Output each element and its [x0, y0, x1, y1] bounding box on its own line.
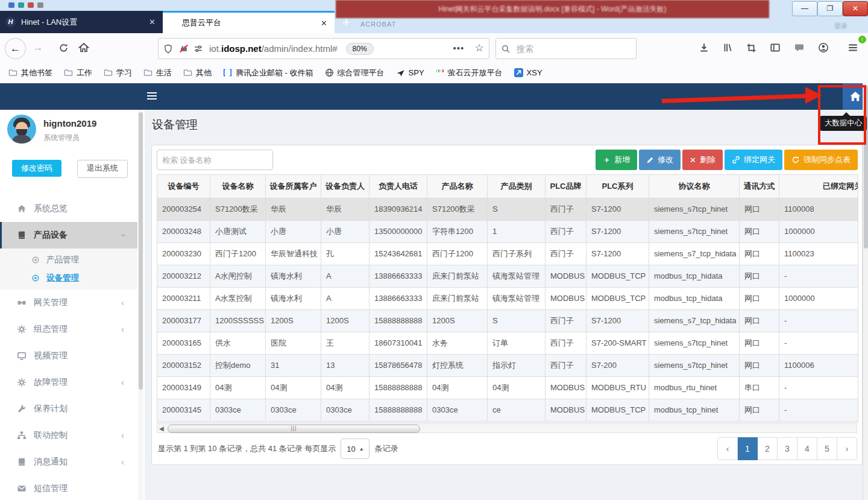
bookmark-folder-work[interactable]: 工作	[64, 68, 92, 78]
sidebar-item-product-mgmt[interactable]: 产品管理	[0, 251, 137, 269]
sidebar-item-sms[interactable]: 短信管理	[0, 475, 137, 500]
sidebar-item-gateway[interactable]: 网关管理 ‹	[0, 290, 137, 316]
page-actions-icon[interactable]: •••	[451, 40, 467, 55]
browser-search-input[interactable]	[515, 43, 620, 54]
sidebar-item-fault[interactable]: 故障管理 ‹	[0, 369, 137, 396]
table-horizontal-scrollbar[interactable]: ◀ |||	[157, 423, 857, 433]
scroll-left-arrow[interactable]: ◀	[159, 425, 164, 432]
page-button[interactable]: ‹	[717, 437, 738, 460]
word-restore-button[interactable]: ❐	[817, 1, 843, 16]
avatar[interactable]	[7, 115, 36, 144]
force-sync-button[interactable]: 强制同步点表	[784, 150, 858, 170]
cell-plc-series: MODBUS_TCP	[587, 288, 649, 310]
menu-hamburger-icon[interactable]	[845, 40, 861, 55]
col-header[interactable]: 设备编号	[157, 175, 210, 198]
shield-icon[interactable]	[163, 44, 173, 54]
sidebar-item-overview[interactable]: 系统总览	[0, 195, 137, 222]
sidebar-item-message[interactable]: 消息通知 ‹	[0, 449, 137, 475]
col-header[interactable]: PLC品牌	[546, 175, 587, 198]
sidebar-toggle-icon[interactable]	[767, 40, 783, 55]
sidebar-item-device-mgmt[interactable]: 设备管理	[0, 269, 137, 287]
bookmark-ezviz[interactable]: 萤石云开放平台	[436, 68, 503, 78]
table-row[interactable]: 200003149 04测 04测 04测 15888888888 04测 04…	[157, 377, 858, 399]
page-button[interactable]: 1	[738, 437, 758, 460]
page-scrollbar[interactable]	[863, 83, 868, 500]
sidebar-item-maintenance[interactable]: 保养计划	[0, 396, 137, 422]
col-header[interactable]: 通讯方式	[740, 175, 779, 198]
bookmark-folder-life[interactable]: 生活	[143, 68, 172, 78]
chat-bubble-icon[interactable]	[791, 40, 807, 55]
table-row[interactable]: 200003211 A水泵控制 镇海水利 A 13886663333 庶来门前泵…	[157, 288, 858, 310]
add-button[interactable]: ＋新增	[596, 150, 637, 170]
sidebar-item-config[interactable]: 组态管理 ‹	[0, 316, 137, 343]
table-row[interactable]: 200003254 S71200数采 华辰 华辰 18390936214 S71…	[157, 198, 858, 221]
table-row[interactable]: 200003230 西门子1200 华辰智通科技 孔 15243642681 西…	[157, 243, 858, 265]
tab-close-icon[interactable]: ✕	[321, 19, 327, 28]
url-text[interactable]: iot.idosp.net/admin/index.html#	[209, 43, 338, 54]
device-search-input[interactable]	[157, 150, 273, 170]
browser-tab-hinet[interactable]: H Hinet - LAN设置 ✕	[0, 11, 163, 33]
downloads-icon[interactable]	[696, 40, 712, 55]
home-button-browser[interactable]	[76, 40, 92, 55]
word-close-button[interactable]: ✕	[843, 1, 868, 16]
permissions-sliders-icon[interactable]	[193, 44, 203, 54]
col-header[interactable]: PLC系列	[587, 175, 649, 198]
browser-search-box[interactable]	[495, 38, 637, 59]
sidebar-item-product-device[interactable]: 产品设备 ‹	[0, 222, 137, 248]
table-row[interactable]: 200003165 供水 医院 王 18607310041 水务 订单 西门子 …	[157, 332, 858, 355]
tab-close-icon[interactable]: ✕	[149, 17, 156, 27]
bookmark-folder-study[interactable]: 学习	[104, 68, 132, 78]
col-header[interactable]: 已绑定网关	[779, 175, 858, 198]
page-button[interactable]: ›	[837, 437, 857, 460]
page-button[interactable]: 2	[758, 437, 778, 460]
bookmark-mgmt-platform[interactable]: 综合管理平台	[325, 68, 385, 78]
blocked-connection-icon[interactable]	[179, 44, 189, 54]
sidebar-item-video[interactable]: 视频管理	[0, 343, 137, 369]
sidebar-scrollbar[interactable]	[138, 110, 143, 500]
bind-gateway-button[interactable]: 绑定网关	[725, 150, 782, 170]
change-password-button[interactable]: 修改密码	[12, 160, 61, 177]
screenshot-crop-icon[interactable]	[743, 40, 759, 55]
cell-phone: 15878656478	[370, 355, 427, 377]
col-header[interactable]: 设备负责人	[321, 175, 370, 198]
word-ribbon-tab-acrobat[interactable]: ACROBAT	[360, 21, 396, 28]
col-header[interactable]: 设备名称	[210, 175, 266, 198]
account-icon[interactable]	[816, 40, 831, 55]
scrollbar-thumb[interactable]: |||	[168, 425, 420, 433]
col-header[interactable]: 协议名称	[649, 175, 740, 198]
new-tab-button[interactable]: +	[342, 14, 350, 30]
bookmark-folder-misc[interactable]: 其他	[183, 68, 212, 78]
page-button[interactable]: 3	[778, 437, 797, 460]
url-bar[interactable]: iot.idosp.net/admin/index.html# 80%	[158, 38, 489, 59]
sidebar-item-linkage[interactable]: 联动控制 ‹	[0, 422, 137, 449]
circle-dot-icon	[31, 256, 41, 264]
bookmark-star-icon[interactable]: ☆	[471, 40, 487, 55]
table-row[interactable]: 200003248 小唐测试 小唐 小唐 13500000000 字符串1200…	[157, 221, 858, 243]
bookmark-folder-other-bookmarks[interactable]: 其他书签	[8, 68, 52, 78]
col-header[interactable]: 产品名称	[427, 175, 488, 198]
zoom-level-badge[interactable]: 80%	[346, 43, 374, 55]
page-button[interactable]: 4	[797, 437, 817, 460]
sidebar-collapse-icon[interactable]	[147, 92, 157, 101]
reload-button[interactable]	[55, 40, 71, 55]
table-row[interactable]: 200003212 A水闸控制 镇海水利 A 13886663333 庶来门前泵…	[157, 265, 858, 288]
col-header[interactable]: 产品类别	[488, 175, 546, 198]
library-icon[interactable]	[720, 40, 735, 55]
edit-button[interactable]: 修改	[639, 150, 681, 170]
word-minimize-button[interactable]: —	[792, 1, 817, 16]
table-row[interactable]: 200003145 0303ce 0303ce 0303ce 158888888…	[157, 399, 858, 422]
bookmark-tencent-mail[interactable]: 腾讯企业邮箱 - 收件箱	[223, 68, 313, 78]
browser-tab-sipu-cloud[interactable]: 思普云平台 ✕	[163, 11, 335, 33]
col-header[interactable]: 设备所属客户	[266, 175, 321, 198]
page-size-dropdown[interactable]: 10▲	[341, 438, 370, 459]
logout-button[interactable]: 退出系统	[77, 160, 128, 178]
sidebar-scrollbar-thumb[interactable]	[139, 112, 143, 390]
page-button[interactable]: 5	[817, 437, 837, 460]
back-button[interactable]: ←	[5, 38, 26, 59]
delete-button[interactable]: ✕删除	[682, 150, 723, 170]
bookmark-spy[interactable]: SPY	[396, 68, 424, 77]
bookmark-xsy[interactable]: XSY	[514, 68, 542, 77]
col-header[interactable]: 负责人电话	[370, 175, 427, 198]
table-row[interactable]: 200003177 1200SSSSSS 1200S 1200S 1588888…	[157, 310, 858, 332]
table-row[interactable]: 200003152 控制demo 31 13 15878656478 灯控系统 …	[157, 355, 858, 377]
